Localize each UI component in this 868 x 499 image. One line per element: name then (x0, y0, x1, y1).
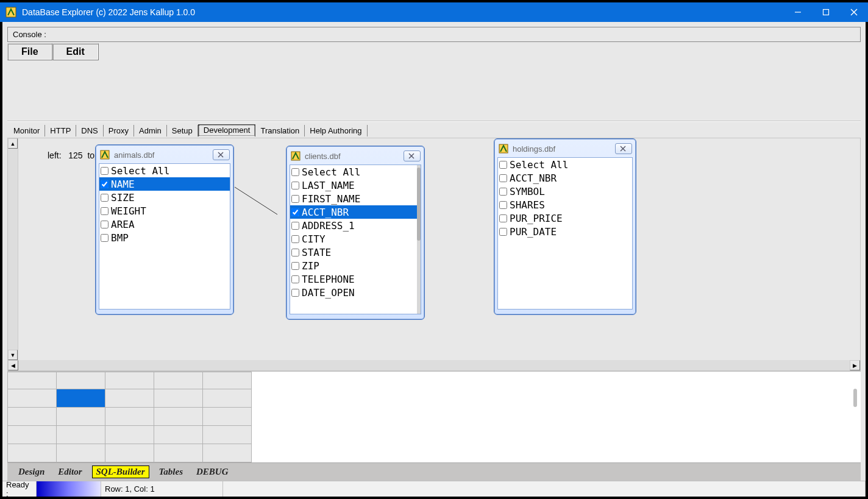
field-checkbox[interactable] (499, 214, 507, 222)
select-all-row[interactable]: Select All (290, 165, 421, 179)
grid-cell[interactable] (105, 444, 154, 462)
field-row-telephone[interactable]: TELEPHONE (290, 272, 421, 286)
field-row-zip[interactable]: ZIP (290, 259, 421, 272)
grid-cell[interactable] (154, 389, 203, 408)
tab-admin[interactable]: Admin (134, 125, 167, 136)
tab-setup[interactable]: Setup (167, 125, 198, 136)
field-row-acct_nbr[interactable]: ACCT_NBR (498, 171, 632, 185)
table-window-clients-dbf[interactable]: clients.dbfSelect AllLAST_NAMEFIRST_NAME… (286, 146, 425, 320)
grid-cell[interactable] (57, 408, 105, 426)
design-canvas[interactable]: left: 125 top animals.dbfSelect AllNAMES… (18, 138, 860, 360)
menu-file[interactable]: File (7, 43, 52, 60)
field-row-size[interactable]: SIZE (99, 191, 230, 204)
select-all-row[interactable]: Select All (99, 164, 230, 177)
field-row-pur_date[interactable]: PUR_DATE (498, 225, 632, 238)
scroll-thumb[interactable] (417, 168, 421, 241)
grid-cell[interactable] (105, 426, 154, 444)
grid-col-header[interactable] (105, 372, 154, 389)
field-checkbox[interactable] (499, 228, 507, 236)
grid-cell-selected[interactable] (57, 389, 105, 408)
vertical-scroll-track[interactable] (8, 149, 18, 350)
field-checkbox[interactable] (291, 249, 299, 257)
grid-vertical-scrollbar[interactable] (853, 389, 857, 407)
vertical-scrollbar[interactable]: ▲ ▼ (8, 138, 18, 360)
table-window-titlebar[interactable]: holdings.dbf (496, 140, 635, 157)
field-row-bmp[interactable]: BMP (99, 231, 230, 244)
field-row-name[interactable]: NAME (99, 177, 230, 191)
grid-col-header[interactable] (203, 372, 252, 389)
field-list[interactable]: Select AllLAST_NAMEFIRST_NAMEACCT_NBRADD… (290, 165, 421, 314)
tab-help-authoring[interactable]: Help Authoring (305, 125, 367, 136)
scroll-left-button[interactable]: ◀ (8, 360, 18, 370)
grid-cell[interactable] (203, 389, 252, 408)
field-checkbox[interactable] (291, 235, 299, 243)
field-row-weight[interactable]: WEIGHT (99, 204, 230, 218)
field-list[interactable]: Select AllACCT_NBRSYMBOLSHARESPUR_PRICEP… (497, 157, 633, 310)
field-row-pur_price[interactable]: PUR_PRICE (498, 211, 632, 225)
table-window-animals-dbf[interactable]: animals.dbfSelect AllNAMESIZEWEIGHTAREAB… (95, 144, 234, 315)
field-list[interactable]: Select AllNAMESIZEWEIGHTAREABMP (99, 163, 230, 310)
field-row-city[interactable]: CITY (290, 232, 421, 246)
grid-row-header[interactable] (8, 408, 57, 426)
field-row-state[interactable]: STATE (290, 246, 421, 259)
tab-proxy[interactable]: Proxy (104, 125, 134, 136)
select-all-checkbox[interactable] (499, 161, 507, 169)
grid-cell[interactable] (154, 426, 203, 444)
field-checkbox[interactable] (101, 221, 108, 228)
grid-corner[interactable] (8, 372, 57, 389)
field-checkbox[interactable] (499, 188, 507, 196)
field-checkbox[interactable] (499, 174, 507, 182)
field-checkbox[interactable] (291, 182, 299, 189)
scroll-down-button[interactable]: ▼ (8, 350, 18, 360)
bottom-tab-design[interactable]: Design (15, 465, 48, 478)
field-row-acct_nbr[interactable]: ACCT_NBR (290, 205, 421, 219)
tab-translation[interactable]: Translation (255, 125, 305, 136)
scroll-right-button[interactable]: ▶ (850, 360, 860, 370)
bottom-tab-tables[interactable]: Tables (155, 465, 187, 478)
field-list-scrollbar[interactable] (417, 165, 421, 314)
grid-cell[interactable] (57, 444, 105, 462)
select-all-checkbox[interactable] (291, 168, 299, 176)
table-window-holdings-dbf[interactable]: holdings.dbfSelect AllACCT_NBRSYMBOLSHAR… (494, 138, 636, 315)
bottom-tab-sql-builder[interactable]: SQL-Builder (92, 465, 149, 478)
grid-cell[interactable] (203, 408, 252, 426)
table-window-titlebar[interactable]: clients.dbf (288, 147, 423, 165)
field-row-shares[interactable]: SHARES (498, 198, 632, 211)
grid-cell[interactable] (57, 426, 105, 444)
field-checkbox[interactable] (291, 275, 299, 283)
table-window-titlebar[interactable]: animals.dbf (97, 146, 232, 163)
field-checkbox[interactable] (499, 201, 507, 209)
table-window-close-button[interactable] (404, 150, 421, 161)
field-checkbox[interactable] (291, 262, 299, 270)
grid-cell[interactable] (105, 389, 154, 408)
table-window-close-button[interactable] (615, 143, 632, 154)
maximize-button[interactable] (812, 2, 840, 22)
bottom-tab-editor[interactable]: Editor (54, 465, 85, 478)
close-button[interactable] (840, 2, 868, 22)
field-checkbox[interactable] (101, 234, 108, 242)
horizontal-scroll-track[interactable] (18, 360, 850, 370)
minimize-button[interactable] (784, 2, 812, 22)
grid-row-header[interactable] (8, 444, 57, 462)
grid-col-header[interactable] (57, 372, 105, 389)
tab-dns[interactable]: DNS (76, 125, 103, 136)
horizontal-scrollbar[interactable]: ◀ ▶ (8, 360, 860, 370)
grid-row-header[interactable] (8, 389, 57, 408)
select-all-checkbox[interactable] (101, 167, 108, 175)
tab-http[interactable]: HTTP (45, 125, 76, 136)
grid-cell[interactable] (105, 408, 154, 426)
field-row-symbol[interactable]: SYMBOL (498, 185, 632, 198)
scroll-up-button[interactable]: ▲ (8, 138, 18, 149)
grid-col-header[interactable] (154, 372, 203, 389)
table-window-close-button[interactable] (213, 149, 230, 160)
result-grid[interactable] (7, 372, 252, 462)
field-checkbox[interactable] (291, 195, 299, 203)
grid-cell[interactable] (154, 408, 203, 426)
grid-cell[interactable] (203, 444, 252, 462)
select-all-row[interactable]: Select All (498, 158, 632, 171)
field-checkbox[interactable] (101, 207, 108, 215)
field-row-first_name[interactable]: FIRST_NAME (290, 192, 421, 205)
grid-row-header[interactable] (8, 426, 57, 444)
grid-cell[interactable] (203, 426, 252, 444)
tab-monitor[interactable]: Monitor (9, 125, 45, 136)
